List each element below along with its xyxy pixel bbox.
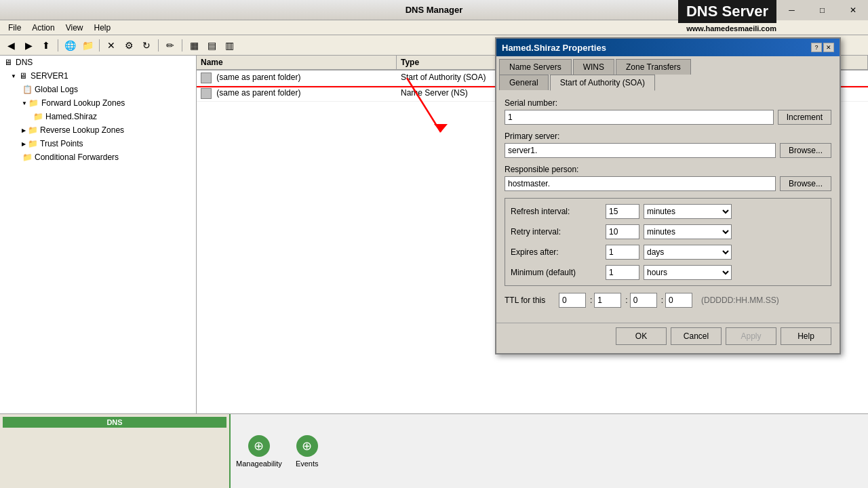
ttl-days-input[interactable] [559,293,586,308]
refresh-interval-label: Refresh interval: [511,207,606,216]
retry-interval-row: Retry interval: seconds minutes hours da… [511,224,825,239]
responsible-person-label: Responsible person: [505,165,831,174]
ttl-minutes-input[interactable] [630,293,657,308]
minimum-input[interactable] [606,265,639,280]
cancel-button[interactable]: Cancel [671,327,722,345]
dns-server-badge: DNS Server [678,0,776,23]
primary-server-row: Primary server: Browse... [505,131,831,158]
refresh-interval-select[interactable]: seconds minutes hours days [644,204,732,219]
minimum-label: Minimum (default) [511,268,606,277]
serial-number-input-row: Increment [505,110,831,125]
ttl-sep-1: : [590,296,592,305]
expires-after-row: Expires after: seconds minutes hours day… [511,245,825,260]
dialog-title: Hamed.Shiraz Properties [502,43,606,53]
dialog-overlay: Hamed.Shiraz Properties ? ✕ Name Servers… [0,0,868,488]
primary-server-browse-button[interactable]: Browse... [780,143,831,158]
dialog-help-button[interactable]: ? [811,43,822,52]
help-button[interactable]: Help [781,327,831,345]
responsible-person-row: Responsible person: Browse... [505,165,831,191]
responsible-person-input[interactable] [505,176,776,191]
increment-button[interactable]: Increment [778,110,831,125]
tab-row-1: Name Servers WINS Zone Transfers [496,56,840,75]
dialog-title-buttons: ? ✕ [811,43,834,52]
dialog-title-bar: Hamed.Shiraz Properties ? ✕ [496,39,840,56]
retry-interval-input[interactable] [606,224,639,239]
refresh-interval-row: Refresh interval: seconds minutes hours … [511,204,825,219]
expires-after-select[interactable]: seconds minutes hours days [644,245,732,260]
ttl-sep-3: : [661,296,663,305]
apply-button[interactable]: Apply [726,327,776,345]
ok-button[interactable]: OK [616,327,667,345]
serial-number-label: Serial number: [505,98,831,108]
primary-server-label: Primary server: [505,131,831,141]
dialog-buttons: OK Cancel Apply Help [496,323,840,353]
ttl-sep-2: : [625,296,627,305]
primary-server-input[interactable] [505,143,776,158]
dialog-close-button[interactable]: ✕ [823,43,834,52]
minimum-select[interactable]: seconds minutes hours days [644,265,732,280]
serial-number-input[interactable] [505,110,774,125]
dns-server-url: www.hamedesmaeili.com [686,24,776,33]
expires-after-label: Expires after: [511,247,606,257]
refresh-interval-input[interactable] [606,204,639,219]
expires-after-input[interactable] [606,245,639,260]
ttl-seconds-input[interactable] [665,293,692,308]
dialog-content: Serial number: Increment Primary server:… [496,90,840,323]
tab-name-servers[interactable]: Name Servers [499,59,572,75]
ttl-label: TTL for this [505,296,559,305]
retry-interval-label: Retry interval: [511,227,606,237]
retry-interval-select[interactable]: seconds minutes hours days [644,224,732,239]
tab-zone-transfers[interactable]: Zone Transfers [616,59,691,75]
ttl-row: TTL for this : : : (DDDDD:HH.MM.SS) [505,293,831,308]
ttl-hours-input[interactable] [594,293,621,308]
responsible-person-input-row: Browse... [505,176,831,191]
serial-number-row: Serial number: Increment [505,98,831,125]
properties-dialog: Hamed.Shiraz Properties ? ✕ Name Servers… [495,37,841,354]
tab-general[interactable]: General [499,75,549,90]
interval-section: Refresh interval: seconds minutes hours … [505,198,831,286]
ttl-format: (DDDDD:HH.MM.SS) [701,296,779,305]
primary-server-input-row: Browse... [505,143,831,158]
tab-soa[interactable]: Start of Authority (SOA) [550,75,655,91]
tab-row-2: General Start of Authority (SOA) [496,75,840,90]
tab-wins[interactable]: WINS [573,59,614,75]
minimum-row: Minimum (default) seconds minutes hours … [511,265,825,280]
responsible-person-browse-button[interactable]: Browse... [780,176,831,191]
